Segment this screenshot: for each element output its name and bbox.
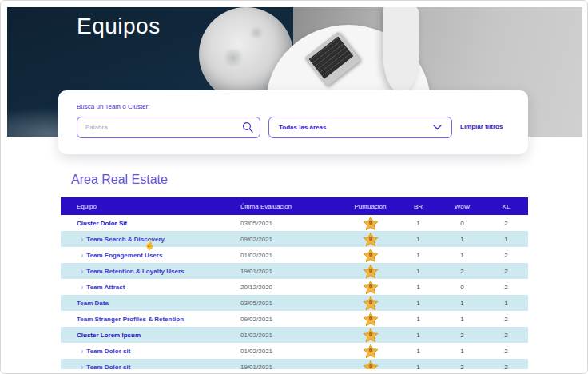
- wow-value: 0: [440, 215, 484, 231]
- table-row[interactable]: ›Team Engagement Users 01/02/2021 0 1 1 …: [61, 247, 528, 263]
- table-row[interactable]: ›Cluster Lorem Ipsum 01/02/2021 0 1 2 2: [61, 327, 528, 343]
- svg-text:0: 0: [368, 283, 371, 290]
- table-row[interactable]: ›Team Dolor sit 19/01/2021 0 1 2 2: [61, 359, 528, 369]
- svg-text:0: 0: [368, 363, 371, 370]
- svg-text:0: 0: [368, 315, 371, 322]
- chevron-right-icon: ›: [81, 284, 83, 291]
- br-value: 1: [396, 359, 440, 369]
- col-puntuacion: Puntuación: [344, 197, 396, 215]
- kl-value: 1: [484, 295, 528, 311]
- table-body: ›Cluster Dolor Sit 03/05/2021 0 1 0 2 ›T…: [61, 215, 528, 369]
- svg-text:0: 0: [368, 299, 371, 306]
- evaluation-date: 03/05/2021: [236, 215, 344, 231]
- br-value: 1: [396, 215, 440, 231]
- evaluation-date: 03/05/2021: [236, 295, 344, 311]
- table-row[interactable]: ›Team Retention & Loyalty Users 19/01/20…: [61, 263, 528, 279]
- col-kl: KL: [484, 197, 528, 215]
- clear-filters-button[interactable]: Limpiar filtros: [460, 123, 503, 130]
- col-wow: WoW: [440, 197, 484, 215]
- br-value: 1: [396, 311, 440, 327]
- table-row[interactable]: ›Team Data 03/05/2021 0 1 1 1: [61, 295, 528, 311]
- team-link[interactable]: Team Retention & Loyalty Users: [86, 268, 184, 275]
- search-input[interactable]: [77, 117, 260, 138]
- area-select-value: Todas las áreas: [279, 124, 326, 131]
- team-link[interactable]: Cluster Lorem Ipsum: [77, 332, 141, 339]
- chevron-right-icon: ›: [81, 253, 83, 259]
- score-star-icon: 0: [363, 264, 379, 279]
- col-br: BR: [396, 197, 440, 215]
- kl-value: 2: [484, 247, 528, 263]
- wow-value: 1: [440, 311, 484, 327]
- table-row[interactable]: ›Team Dolor sit 01/02/2021 0 1 1 2: [61, 343, 528, 359]
- table-row[interactable]: ›Team Search & Discovery 09/02/2021 0 1 …: [61, 231, 528, 247]
- kl-value: 2: [484, 263, 528, 279]
- kl-value: 2: [484, 343, 528, 359]
- svg-text:0: 0: [368, 267, 371, 274]
- table-row[interactable]: ›Team Attract 20/12/2020 0 1 0 2: [61, 279, 528, 295]
- br-value: 1: [396, 263, 440, 279]
- table-row[interactable]: ›Team Stranger Profiles & Retention 09/0…: [61, 311, 528, 327]
- table-header: Equipo Última Evaluación Puntuación BR W…: [61, 197, 528, 215]
- kl-value: 2: [484, 359, 528, 369]
- evaluation-date: 20/12/2020: [236, 279, 344, 295]
- chair-image: [383, 7, 419, 92]
- kl-value: 1: [484, 231, 528, 247]
- wow-value: 1: [440, 247, 484, 263]
- search-icon[interactable]: [242, 121, 253, 133]
- wow-value: 2: [440, 327, 484, 343]
- kl-value: 2: [484, 279, 528, 295]
- team-link[interactable]: Team Data: [77, 300, 109, 307]
- evaluation-date: 01/02/2021: [236, 327, 344, 343]
- svg-text:0: 0: [368, 219, 371, 226]
- br-value: 1: [396, 295, 440, 311]
- chevron-down-icon: [433, 125, 442, 130]
- br-value: 1: [396, 279, 440, 295]
- section-heading: Area Real Estate: [71, 173, 168, 187]
- search-input-wrap: [77, 117, 260, 138]
- hand-pointer-cursor: ☝: [143, 239, 156, 252]
- br-value: 1: [396, 247, 440, 263]
- wow-value: 2: [440, 263, 484, 279]
- evaluation-date: 01/02/2021: [236, 247, 344, 263]
- teams-table: Equipo Última Evaluación Puntuación BR W…: [61, 197, 528, 369]
- score-star-icon: 0: [363, 296, 379, 311]
- svg-text:0: 0: [368, 331, 371, 338]
- wow-value: 0: [440, 279, 484, 295]
- score-star-icon: 0: [363, 328, 379, 343]
- kl-value: 2: [484, 311, 528, 327]
- search-filter-card: Busca un Team o Cluster: Todas las áreas…: [58, 90, 528, 154]
- wow-value: 1: [440, 343, 484, 359]
- chevron-right-icon: ›: [81, 269, 83, 275]
- team-link[interactable]: Team Engagement Users: [86, 252, 162, 259]
- br-value: 1: [396, 231, 440, 247]
- br-value: 1: [396, 327, 440, 343]
- chevron-right-icon: ›: [81, 364, 83, 370]
- table-row[interactable]: ›Cluster Dolor Sit 03/05/2021 0 1 0 2: [61, 215, 528, 231]
- evaluation-date: 09/02/2021: [236, 311, 344, 327]
- team-link[interactable]: Team Stranger Profiles & Retention: [77, 316, 184, 323]
- score-star-icon: 0: [363, 232, 379, 247]
- search-label: Busca un Team o Cluster:: [77, 103, 149, 110]
- score-star-icon: 0: [363, 360, 379, 370]
- teams-table-wrap: Equipo Última Evaluación Puntuación BR W…: [61, 197, 528, 369]
- moon-crater: [221, 49, 245, 66]
- team-link[interactable]: Team Dolor sit: [86, 348, 130, 355]
- area-select[interactable]: Todas las áreas: [268, 117, 452, 138]
- col-ultima-evaluacion: Última Evaluación: [236, 197, 344, 215]
- score-star-icon: 0: [363, 248, 379, 263]
- wow-value: 1: [440, 295, 484, 311]
- svg-text:0: 0: [368, 251, 371, 258]
- evaluation-date: 19/01/2021: [236, 263, 344, 279]
- team-link[interactable]: Cluster Dolor Sit: [77, 220, 127, 227]
- svg-text:0: 0: [368, 347, 371, 354]
- kl-value: 2: [484, 215, 528, 231]
- moon-crater: [248, 26, 264, 39]
- score-star-icon: 0: [363, 216, 379, 231]
- chevron-right-icon: ›: [81, 237, 83, 243]
- col-equipo: Equipo: [61, 197, 236, 215]
- team-link[interactable]: Team Attract: [86, 284, 125, 291]
- wow-value: 1: [440, 231, 484, 247]
- evaluation-date: 01/02/2021: [236, 343, 344, 359]
- team-link[interactable]: Team Dolor sit: [86, 364, 130, 370]
- evaluation-date: 19/01/2021: [236, 359, 344, 369]
